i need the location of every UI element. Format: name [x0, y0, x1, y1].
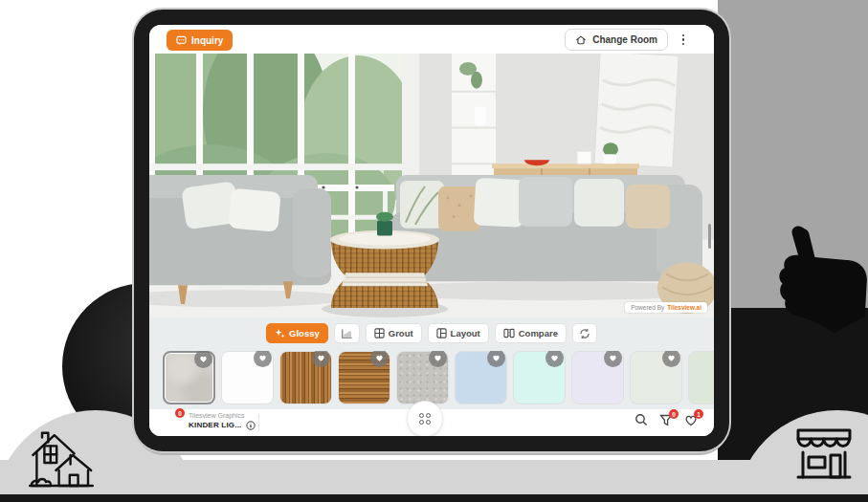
finish-toolbar: Glossy Grout: [149, 323, 714, 343]
favorite-heart-icon[interactable]: [429, 351, 447, 367]
grid-dots-icon: [419, 413, 432, 426]
grout-button[interactable]: Grout: [366, 323, 422, 343]
product-name: KINDER LIG...: [189, 421, 242, 429]
layout-icon: [436, 328, 447, 338]
logo-badge: 0: [175, 408, 185, 418]
surface-chart-button[interactable]: [334, 323, 360, 343]
room-viewer[interactable]: Powered By Tilesview.ai: [149, 54, 714, 317]
favorites-icon[interactable]: 1: [684, 413, 699, 427]
brand-name: Tilesview Graphics: [189, 412, 256, 420]
wood-plank-vertical-tile[interactable]: [279, 351, 332, 404]
pale-green-tile[interactable]: [630, 351, 682, 404]
grey-stone-tile[interactable]: [163, 351, 215, 404]
white-tile[interactable]: [221, 351, 274, 404]
favorite-heart-icon[interactable]: [487, 351, 505, 367]
favorite-heart-icon[interactable]: [370, 351, 389, 367]
favorite-heart-icon[interactable]: [604, 351, 622, 367]
wood-plank-horizontal-tile[interactable]: [338, 351, 390, 404]
compare-label: Compare: [519, 328, 558, 338]
compare-icon: [503, 328, 515, 338]
favorite-heart-icon[interactable]: [254, 351, 272, 367]
footer-actions: 0 1: [634, 413, 699, 427]
app-screen: Inquiry Change Room: [149, 25, 714, 436]
refresh-icon: [579, 328, 590, 339]
sparkle-icon: [275, 328, 285, 338]
background-bottom-strip: [0, 494, 868, 502]
search-icon[interactable]: [634, 413, 649, 427]
home-icon: [575, 34, 587, 46]
info-icon[interactable]: [246, 421, 256, 430]
tile-swatch-row: [149, 351, 714, 408]
storefront-icon: [792, 424, 856, 483]
powered-by-text: Powered By: [631, 304, 664, 311]
glossy-button[interactable]: Glossy: [266, 323, 328, 343]
room-photo: [149, 54, 714, 317]
layout-label: Layout: [451, 328, 480, 338]
background-bottom-band: [0, 460, 868, 494]
chat-icon: [176, 35, 187, 46]
favorite-heart-icon[interactable]: [662, 351, 680, 367]
grout-grid-icon: [374, 328, 385, 338]
footer-divider: [258, 414, 259, 431]
favorite-heart-icon[interactable]: [545, 351, 564, 367]
refresh-button[interactable]: [572, 323, 597, 343]
selected-product[interactable]: KINDER LIG...: [189, 421, 256, 430]
brand-block: 0 Tilesview Graphics KINDER LIG...: [165, 412, 256, 430]
light-blue-tile[interactable]: [455, 351, 507, 404]
tilesview-logo[interactable]: 0: [165, 412, 183, 430]
filter-badge: 0: [669, 409, 679, 419]
app-footer: 0 Tilesview Graphics KINDER LIG...: [149, 409, 714, 436]
grey-speckle-tile[interactable]: [396, 351, 449, 404]
kebab-menu-button[interactable]: [676, 31, 691, 49]
layout-button[interactable]: Layout: [428, 323, 489, 343]
catalog-grid-button[interactable]: [407, 401, 443, 436]
glossy-label: Glossy: [289, 328, 320, 338]
inquiry-button[interactable]: Inquiry: [167, 30, 233, 51]
tile-panel: Glossy Grout: [149, 317, 714, 436]
lavender-tile[interactable]: [571, 351, 624, 404]
inquiry-label: Inquiry: [191, 35, 223, 46]
compare-button[interactable]: Compare: [495, 323, 567, 343]
powered-by-pill[interactable]: Powered By Tilesview.ai: [625, 302, 707, 313]
change-room-label: Change Room: [592, 34, 657, 45]
app-topbar: Inquiry Change Room: [149, 25, 714, 54]
grout-label: Grout: [389, 328, 413, 338]
favorites-badge: 1: [694, 409, 703, 419]
tablet-device: Inquiry Change Room: [134, 10, 729, 451]
tilesview-brand-text: Tilesview.ai: [667, 304, 701, 311]
filter-icon[interactable]: 0: [659, 413, 674, 427]
area-chart-icon: [341, 328, 353, 339]
favorite-heart-icon[interactable]: [194, 351, 212, 368]
scroll-indicator[interactable]: [708, 224, 711, 249]
house-icon: [27, 427, 96, 491]
sage-tile[interactable]: [688, 351, 714, 404]
change-room-button[interactable]: Change Room: [565, 29, 668, 51]
favorite-heart-icon[interactable]: [312, 351, 330, 367]
hand-silhouette-icon: [764, 223, 867, 336]
promo-canvas: Inquiry Change Room: [0, 0, 868, 502]
mint-tile[interactable]: [513, 351, 566, 404]
